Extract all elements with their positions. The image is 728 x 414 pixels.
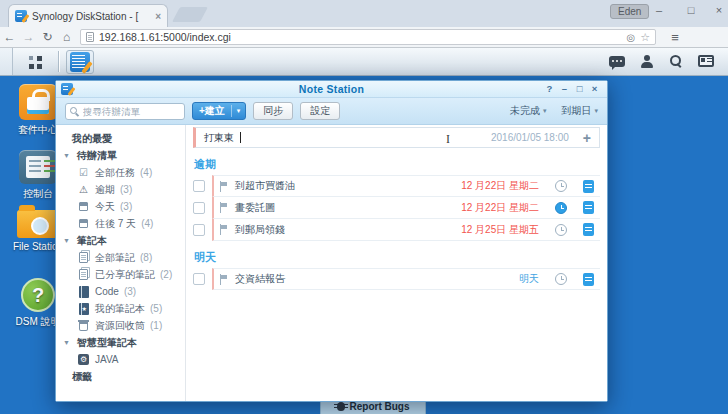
url-text[interactable]: 192.168.1.61:5000/index.cgi (99, 31, 621, 43)
task-checkbox[interactable] (193, 202, 205, 214)
flag-icon[interactable] (220, 274, 228, 285)
collapse-arrow-icon[interactable]: ▼ (63, 237, 70, 244)
task-card[interactable]: 到郵局領錢 12 月25日 星期五 (212, 219, 600, 241)
task-checkbox[interactable] (193, 180, 205, 192)
sidebar-item-all-notes[interactable]: 全部筆記 (8) (56, 249, 185, 266)
note-link-icon[interactable] (583, 273, 594, 286)
forward-button[interactable]: → (19, 30, 38, 44)
dsm-taskbar (0, 48, 728, 76)
search-box[interactable] (65, 103, 185, 120)
sidebar-item-my-notebook[interactable]: 我的筆記本 (5) (56, 300, 185, 317)
task-card[interactable]: 交資結報告 明天 (212, 268, 600, 290)
settings-button[interactable]: 設定 (300, 102, 340, 120)
address-bar[interactable]: 192.168.1.61:5000/index.cgi ◎ ☆ (80, 29, 656, 45)
collapse-arrow-icon[interactable]: ▼ (63, 152, 70, 159)
note-link-icon[interactable] (583, 223, 594, 236)
reminder-clock-icon[interactable] (555, 224, 567, 236)
new-tab-button[interactable] (172, 7, 208, 22)
task-row[interactable]: 到超市買醬油 12 月22日 星期二 (193, 175, 600, 197)
dsm-search-icon[interactable] (669, 54, 683, 68)
browser-tab[interactable]: Synology DiskStation - [ × (8, 4, 168, 27)
shared-notes-icon (77, 269, 90, 280)
notifications-icon[interactable] (609, 56, 625, 67)
add-task-button[interactable]: + (575, 133, 591, 143)
collapse-arrow-icon[interactable]: ▼ (63, 339, 70, 346)
create-button[interactable]: +建立 ▾ (192, 102, 246, 120)
note-link-icon[interactable] (583, 201, 594, 214)
pilot-view-icon[interactable] (698, 55, 714, 67)
synology-favicon (15, 10, 27, 22)
new-task-input[interactable]: 打東東 2016/01/05 18:00 + I (193, 127, 600, 148)
sidebar-item-favorites[interactable]: 我的最愛 (56, 130, 185, 147)
window-maximize-button[interactable]: □ (574, 83, 585, 94)
task-card[interactable]: 畫委託圖 12 月22日 星期二 (212, 197, 600, 219)
browser-profile-badge[interactable]: Eden (610, 4, 649, 19)
calendar-today-icon (77, 202, 90, 211)
sort-dropdown[interactable]: 到期日 ▾ (561, 104, 598, 118)
settings-button-label: 設定 (310, 104, 330, 118)
task-checkbox[interactable] (193, 224, 205, 236)
main-menu-button[interactable] (22, 52, 48, 72)
sidebar-section-notebooks[interactable]: ▼ 筆記本 (56, 232, 185, 249)
window-help-button[interactable]: ? (544, 83, 555, 94)
sidebar-item-today[interactable]: 今天 (3) (56, 198, 185, 215)
sync-button[interactable]: 同步 (253, 102, 293, 120)
reminder-clock-icon-active[interactable] (555, 202, 567, 214)
task-card[interactable]: 到超市買醬油 12 月22日 星期二 (212, 175, 600, 197)
reminder-clock-icon[interactable] (555, 273, 567, 285)
sidebar-item-code-notebook[interactable]: Code (3) (56, 283, 185, 300)
browser-close-button[interactable]: × (706, 0, 728, 22)
browser-menu-icon[interactable]: ≡ (664, 30, 686, 45)
user-menu-icon[interactable] (640, 55, 654, 68)
task-row[interactable]: 畫委託圖 12 月22日 星期二 (193, 197, 600, 219)
browser-tabstrip: Synology DiskStation - [ × Eden – □ × (0, 0, 728, 27)
sidebar-item-all-tasks[interactable]: ☑ 全部任務 (4) (56, 164, 185, 181)
sidebar-section-smart-notebook[interactable]: ▼ 智慧型筆記本 (56, 334, 185, 351)
window-minimize-button[interactable]: – (559, 83, 570, 94)
task-text: 交資結報告 (235, 272, 285, 286)
search-input[interactable] (83, 106, 180, 117)
new-task-due-date[interactable]: 2016/01/05 18:00 (491, 132, 569, 143)
flag-icon[interactable] (220, 224, 228, 235)
browser-minimize-button[interactable]: – (646, 0, 672, 22)
sidebar-item-tags[interactable]: 標籤 (56, 368, 185, 385)
sidebar-item-recycle-bin[interactable]: 資源回收筒 (1) (56, 317, 185, 334)
sidebar-item-next-7-days[interactable]: 往後 7 天 (4) (56, 215, 185, 232)
task-checkbox[interactable] (193, 273, 205, 285)
chevron-down-icon[interactable]: ▾ (232, 107, 246, 115)
sidebar-item-java[interactable]: ⚙ JAVA (56, 351, 185, 368)
flag-icon[interactable] (220, 181, 228, 192)
new-task-text: 打東東 (204, 131, 234, 145)
browser-maximize-button[interactable]: □ (678, 0, 704, 22)
extension-icon[interactable]: ◎ (626, 32, 635, 43)
refresh-button[interactable]: ↻ (38, 30, 57, 44)
task-due-date[interactable]: 12 月22日 星期二 (461, 201, 539, 215)
task-due-date[interactable]: 明天 (519, 272, 539, 286)
reminder-clock-icon[interactable] (555, 180, 567, 192)
window-titlebar[interactable]: Note Station ? – □ × (56, 81, 607, 98)
task-row[interactable]: 到郵局領錢 12 月25日 星期五 (193, 219, 600, 241)
sidebar-item-overdue[interactable]: ⚠ 逾期 (3) (56, 181, 185, 198)
sidebar-item-shared-notes[interactable]: 已分享的筆記 (2) (56, 266, 185, 283)
tab-close-icon[interactable]: × (155, 11, 161, 22)
home-button[interactable]: ⌂ (57, 30, 76, 44)
note-link-icon[interactable] (583, 180, 594, 193)
count-badge: (3) (124, 286, 136, 297)
window-close-button[interactable]: × (589, 83, 600, 94)
count-badge: (8) (140, 252, 152, 263)
task-row[interactable]: 交資結報告 明天 (193, 268, 600, 290)
taskbar-note-station-button[interactable] (66, 50, 94, 74)
sidebar-section-todo[interactable]: ▼ 待辦清單 (56, 147, 185, 164)
task-text: 畫委託圖 (235, 201, 275, 215)
task-group-tomorrow: 交資結報告 明天 (193, 268, 600, 290)
show-desktop-button[interactable] (0, 48, 13, 75)
task-due-date[interactable]: 12 月22日 星期二 (461, 179, 539, 193)
task-due-date[interactable]: 12 月25日 星期五 (461, 223, 539, 237)
chevron-down-icon: ▾ (543, 107, 547, 115)
bookmark-star-icon[interactable]: ☆ (640, 31, 650, 44)
filter-dropdown[interactable]: 未完成 ▾ (510, 104, 547, 118)
group-header-tomorrow: 明天 (194, 250, 600, 265)
back-button[interactable]: ← (0, 30, 19, 44)
package-center-icon (19, 84, 57, 120)
flag-icon[interactable] (220, 202, 228, 213)
